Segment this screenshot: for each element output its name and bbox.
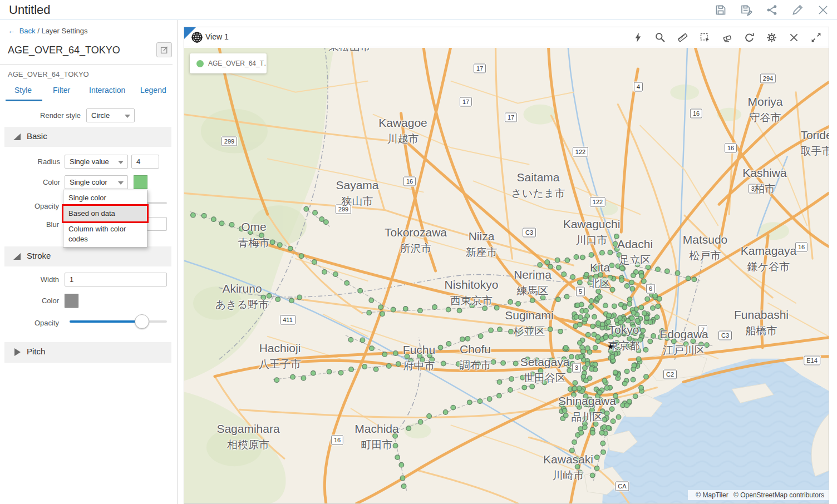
tab-filter[interactable]: Filter [53,86,70,95]
refresh-icon[interactable] [744,32,755,43]
rename-layer-button[interactable] [156,42,172,57]
data-point [578,470,583,475]
stroke-opacity-slider[interactable] [70,314,167,329]
data-point [585,362,590,367]
data-point [646,265,651,270]
basic-section-header[interactable]: Basic [4,127,171,147]
fullscreen-icon[interactable] [810,32,822,43]
data-point [443,410,448,415]
pitch-section-title: Pitch [27,347,45,356]
road-shield: C3 [718,331,732,340]
map-legend[interactable]: AGE_OVER_64_T… [190,53,267,73]
data-point [614,247,619,252]
data-point [567,368,572,373]
measure-icon[interactable] [677,32,688,43]
collapse-triangle-icon [13,134,21,140]
data-point [609,407,614,412]
data-point [675,271,680,276]
erase-icon[interactable] [721,32,733,43]
data-point [465,337,470,342]
radius-value-input[interactable]: 4 [131,155,159,169]
pitch-section-header[interactable]: Pitch [4,342,171,363]
data-point [589,399,594,404]
data-point [636,348,641,353]
data-point [580,349,585,354]
road-shield: 4 [634,82,643,92]
tab-style[interactable]: Style [14,86,32,95]
share-icon[interactable] [765,3,779,17]
option-based-on-data[interactable]: Based on data [63,206,147,221]
data-point [614,340,619,345]
stroke-color-swatch[interactable] [65,294,78,308]
data-point [584,272,589,277]
select-area-icon[interactable] [699,32,711,43]
data-point [592,314,597,319]
data-point [656,267,661,272]
road-shield: 5 [576,287,585,297]
color-mode-select[interactable]: Single color [65,175,128,189]
data-point [313,210,318,215]
data-point [627,297,632,302]
data-point [319,217,324,222]
slider-thumb[interactable] [135,314,149,329]
fill-color-swatch[interactable] [134,175,147,189]
data-point [538,263,543,268]
tab-interaction[interactable]: Interaction [89,86,125,95]
data-point [589,299,594,304]
data-point [369,298,374,303]
back-arrow-icon[interactable]: ← [8,27,15,35]
data-point [322,270,327,275]
data-point [644,315,649,320]
data-point [616,347,621,352]
back-link[interactable]: Back [19,27,36,35]
data-point [589,253,594,258]
title-bar: Untitled [0,0,837,20]
attribution-maptiler[interactable]: © MapTiler [696,491,728,499]
close-view-icon[interactable] [788,32,800,43]
settings-icon[interactable] [766,32,777,43]
data-point [588,280,593,285]
data-point [408,358,413,363]
blur-label: Blur [0,220,59,229]
stroke-width-input[interactable]: 1 [65,273,167,286]
view-title: View 1 [205,32,229,41]
data-point [590,324,595,329]
data-point [489,328,494,333]
data-point [631,273,636,278]
map-canvas[interactable]: 東松山市Kawagoe川越市Sayama狭山市Ome青梅市Saitamaさいたま… [184,48,829,503]
flash-icon[interactable] [632,32,644,43]
close-icon[interactable] [816,3,830,17]
capital-star-icon: ★ [607,342,614,352]
data-point [595,334,600,339]
attribution-osm[interactable]: © OpenStreetMap contributors [733,491,824,499]
save-icon[interactable] [713,3,728,17]
data-point [557,265,562,270]
data-point [628,344,633,349]
data-point [599,431,604,436]
option-column-with-color-codes[interactable]: Column with color codes [63,221,147,247]
edit-icon[interactable] [790,3,805,17]
data-point [393,434,398,439]
data-point [513,361,518,366]
save-as-icon[interactable] [739,3,754,17]
data-point [583,416,588,421]
data-point [540,295,545,300]
data-point [656,304,661,309]
search-icon[interactable] [654,32,666,43]
render-style-select[interactable]: Circle [86,108,135,122]
tab-legend[interactable]: Legend [140,86,166,95]
layer-settings-panel: ← Back / Layer Settings AGE_OVER_64_TOKY… [0,20,178,504]
data-point [432,305,437,310]
stroke-section-header[interactable]: Stroke [4,246,171,266]
data-point [624,369,629,374]
data-point [602,277,607,282]
data-point [665,336,670,341]
data-point [642,311,647,316]
data-point [420,357,425,362]
option-single-color[interactable]: Single color [63,190,147,206]
layer-title: AGE_OVER_64_TOKYO [8,45,120,56]
data-point [382,352,387,357]
radius-mode-select[interactable]: Single value [65,155,128,169]
data-point [608,250,613,255]
data-point [457,308,462,313]
